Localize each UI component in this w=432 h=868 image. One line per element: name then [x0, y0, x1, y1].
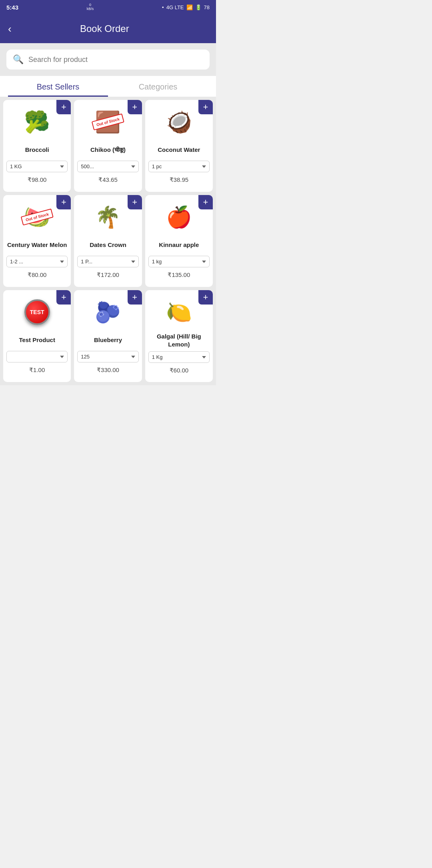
product-name-dates-crown: Dates Crown	[90, 237, 126, 253]
variant-select-chikoo[interactable]: 500...	[77, 161, 138, 172]
product-image-century-water-melon: 🍉Out of Stock	[6, 199, 68, 235]
battery-level: 78	[204, 4, 210, 10]
product-image-blueberry: 🫐	[77, 294, 138, 330]
search-input[interactable]	[28, 56, 203, 64]
product-price-broccoli: ₹98.00	[28, 176, 47, 183]
product-name-century-water-melon: Century Water Melon	[7, 237, 67, 253]
search-icon: 🔍	[13, 54, 24, 65]
signal-strength: 4G LTE	[166, 4, 184, 10]
product-card-test-product: +TESTTest Product₹1.00	[3, 290, 71, 382]
status-time: 5:43	[6, 4, 18, 11]
header: ‹ Book Order	[0, 14, 216, 43]
search-container: 🔍	[0, 43, 216, 76]
variant-select-galgal[interactable]: 1 Kg	[148, 351, 210, 363]
product-name-galgal: Galgal (Hill/ Big Lemon)	[148, 332, 210, 348]
variant-select-dates-crown[interactable]: 1 P...	[77, 256, 138, 267]
search-box: 🔍	[6, 50, 210, 70]
product-price-test-product: ₹1.00	[29, 366, 45, 374]
back-button[interactable]: ‹	[8, 23, 12, 35]
product-name-broccoli: Broccoli	[25, 142, 49, 157]
tab-categories[interactable]: Categories	[108, 76, 208, 97]
product-card-kinnaur-apple: +🍎Kinnaur apple1 kg₹135.00	[145, 195, 213, 287]
status-bar: 5:43 0kB/s • 4G LTE 📶 🔋 78	[0, 0, 216, 14]
product-price-coconut-water: ₹38.95	[170, 176, 189, 183]
product-name-test-product: Test Product	[19, 332, 55, 348]
product-image-dates-crown: 🌴	[77, 199, 138, 235]
product-image-test-product: TEST	[6, 294, 68, 330]
battery-icon: 🔋	[195, 4, 202, 10]
variant-select-century-water-melon[interactable]: 1-2 ...	[6, 256, 68, 267]
product-name-coconut-water: Coconut Water	[158, 142, 200, 157]
product-card-century-water-melon: +🍉Out of StockCentury Water Melon1-2 ...…	[3, 195, 71, 287]
product-image-chikoo: 🟫Out of Stock	[77, 104, 138, 140]
page-title: Book Order	[18, 23, 191, 34]
variant-select-kinnaur-apple[interactable]: 1 kg	[148, 256, 210, 267]
product-card-blueberry: +🫐Blueberry125₹330.00	[74, 290, 142, 382]
variant-select-broccoli[interactable]: 1 KG	[6, 161, 68, 172]
product-image-galgal: 🍋	[148, 294, 210, 330]
product-price-kinnaur-apple: ₹135.00	[168, 271, 190, 279]
products-grid: +🥦Broccoli1 KG₹98.00+🟫Out of StockChikoo…	[0, 97, 216, 385]
product-emoji-kinnaur-apple: 🍎	[166, 207, 192, 227]
variant-select-coconut-water[interactable]: 1 pc	[148, 161, 210, 172]
wifi-icon: 📶	[186, 4, 193, 10]
product-price-dates-crown: ₹172.00	[97, 271, 119, 279]
product-name-blueberry: Blueberry	[94, 332, 122, 348]
product-price-chikoo: ₹43.65	[98, 176, 118, 183]
product-card-chikoo: +🟫Out of StockChikoo (चीकू)500...₹43.65	[74, 100, 142, 192]
variant-select-test-product[interactable]	[6, 351, 68, 362]
product-emoji-coconut-water: 🥥	[166, 111, 192, 132]
status-net: 0kB/s	[87, 3, 94, 11]
product-emoji-dates-crown: 🌴	[95, 207, 121, 227]
product-emoji-galgal: 🍋	[166, 302, 192, 323]
product-price-century-water-melon: ₹80.00	[28, 271, 47, 279]
tab-best-sellers[interactable]: Best Sellers	[8, 76, 108, 97]
test-product-icon: TEST	[24, 299, 50, 325]
product-price-galgal: ₹60.00	[170, 367, 189, 374]
product-emoji-broccoli: 🥦	[24, 111, 50, 132]
product-card-dates-crown: +🌴Dates Crown1 P...₹172.00	[74, 195, 142, 287]
product-emoji-blueberry: 🫐	[95, 302, 121, 323]
product-card-galgal: +🍋Galgal (Hill/ Big Lemon)1 Kg₹60.00	[145, 290, 213, 382]
variant-select-blueberry[interactable]: 125	[77, 351, 138, 362]
product-name-kinnaur-apple: Kinnaur apple	[159, 237, 199, 253]
product-image-coconut-water: 🥥	[148, 104, 210, 140]
product-card-coconut-water: +🥥Coconut Water1 pc₹38.95	[145, 100, 213, 192]
product-name-chikoo: Chikoo (चीकू)	[90, 142, 126, 157]
product-card-broccoli: +🥦Broccoli1 KG₹98.00	[3, 100, 71, 192]
status-right: • 4G LTE 📶 🔋 78	[162, 4, 210, 10]
product-price-blueberry: ₹330.00	[97, 366, 119, 374]
tabs: Best Sellers Categories	[0, 76, 216, 97]
signal-dot: •	[162, 4, 164, 10]
product-image-broccoli: 🥦	[6, 104, 68, 140]
product-image-kinnaur-apple: 🍎	[148, 199, 210, 235]
